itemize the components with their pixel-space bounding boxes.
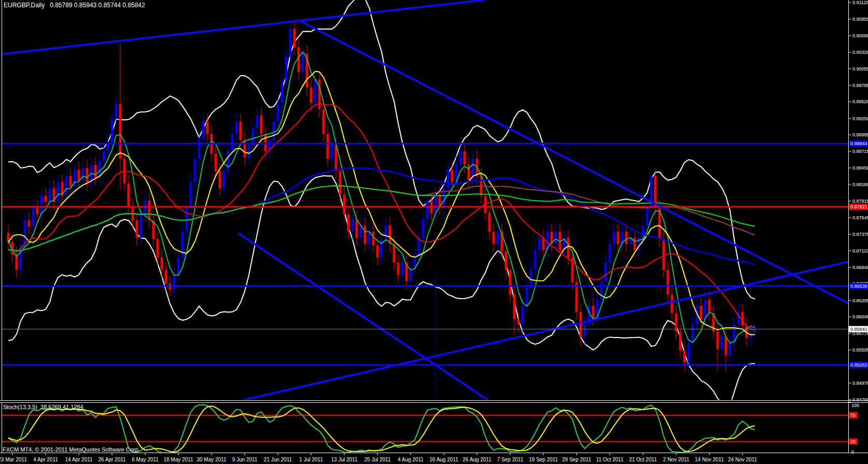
bull-candle xyxy=(281,81,284,103)
bear-candle xyxy=(327,134,329,159)
bear-candle xyxy=(36,208,39,214)
time-axis[interactable]: 23 Mar 20114 Apr 201114 Apr 201126 Apr 2… xyxy=(0,453,757,462)
bear-candle xyxy=(69,176,72,186)
bull-candle xyxy=(609,244,611,263)
date-label: 2 Nov 2011 xyxy=(663,457,690,462)
stoch-k-line xyxy=(8,404,755,453)
bollinger-lower xyxy=(8,176,755,407)
bear-candle xyxy=(78,170,80,180)
bull-candle xyxy=(472,159,474,182)
axis-label: 0.84700 xyxy=(852,397,868,402)
bear-candle xyxy=(505,251,508,270)
bull-candle xyxy=(426,201,429,219)
date-label: 9 Jun 2011 xyxy=(232,457,258,462)
bear-candle xyxy=(513,294,516,319)
bear-candle xyxy=(397,262,400,275)
bull-candle xyxy=(57,182,60,202)
bear-candle xyxy=(310,88,313,103)
bull-candle xyxy=(202,122,205,139)
date-label: 29 Sep 2011 xyxy=(562,457,591,462)
bull-candle xyxy=(381,239,383,258)
bear-candle xyxy=(679,332,682,350)
bull-candle xyxy=(721,336,723,349)
bear-candle xyxy=(488,213,491,232)
date-label: 21 Jun 2011 xyxy=(264,457,292,462)
date-label: 16 Aug 2011 xyxy=(429,457,458,462)
axis-label: 25 xyxy=(850,439,856,444)
axis-label: 0.85505 xyxy=(852,347,868,353)
copyright-notice: FXCM MT4, © 2001-2011 MetaQuotes Softwar… xyxy=(3,446,140,453)
axis-label: 0.91125 xyxy=(852,0,868,5)
axis-label: 0.86539 xyxy=(850,284,867,289)
bear-candle xyxy=(45,196,47,202)
symbol-period-label: EURGBP,Daily xyxy=(4,2,45,9)
bull-candle xyxy=(256,116,259,128)
bear-candle xyxy=(136,220,138,237)
stochastic-indicator[interactable] xyxy=(2,404,848,453)
bear-candle xyxy=(708,300,711,313)
bull-candle xyxy=(49,188,51,202)
bull-candle xyxy=(352,219,354,232)
date-label: 14 Apr 2011 xyxy=(65,457,93,462)
date-label: 24 Nov 2011 xyxy=(728,457,757,462)
bull-candle xyxy=(190,182,192,208)
bull-candle xyxy=(600,281,603,300)
bull-candle xyxy=(82,168,85,180)
bull-candle xyxy=(177,258,180,275)
axis-label: 0.86040 xyxy=(852,314,868,319)
bull-candle xyxy=(314,79,317,103)
bear-candle xyxy=(240,122,242,140)
bear-candle xyxy=(119,104,122,159)
bear-candle xyxy=(464,151,466,165)
bear-candle xyxy=(372,232,375,245)
bull-candle xyxy=(613,232,615,244)
axis-label: 0.87821 xyxy=(850,204,867,209)
bull-candle xyxy=(252,128,255,145)
bull-candle xyxy=(435,194,437,213)
bear-candle xyxy=(625,232,628,244)
bear-candle xyxy=(683,350,686,363)
bull-candle xyxy=(111,119,114,142)
bear-candle xyxy=(364,226,367,244)
panel-borders xyxy=(0,0,868,453)
axis-label: 0.85842 xyxy=(850,327,867,332)
axis-label: 0.85263 xyxy=(850,362,867,368)
bear-candle xyxy=(592,306,595,318)
bull-candle xyxy=(522,306,524,325)
bull-candle xyxy=(530,269,533,287)
chart-canvas[interactable]: 0.911250.908550.905900.903200.900550.897… xyxy=(0,0,868,464)
date-label: 13 Jul 2011 xyxy=(331,457,358,462)
mt4-chart-window[interactable]: 0.911250.908550.905900.903200.900550.897… xyxy=(0,0,868,464)
bear-candle xyxy=(356,219,358,238)
date-label: 14 Nov 2011 xyxy=(695,457,724,462)
trendline-descending-from-top[interactable] xyxy=(300,21,848,303)
bull-candle xyxy=(227,151,230,171)
bear-candle xyxy=(165,270,167,284)
bear-candle xyxy=(264,134,267,151)
bear-candle xyxy=(323,109,325,134)
bear-candle xyxy=(580,312,582,337)
bull-candle xyxy=(538,238,541,250)
date-label: 30 May 2011 xyxy=(197,457,227,462)
bull-candle xyxy=(103,151,105,161)
bull-candle xyxy=(181,232,184,258)
axis-label: 0.90055 xyxy=(852,66,868,72)
bull-candle xyxy=(729,343,732,355)
bull-candle xyxy=(302,53,304,72)
trendline-steep-descending[interactable] xyxy=(239,233,491,402)
price-axis[interactable]: 0.911250.908550.905900.903200.900550.897… xyxy=(849,0,868,455)
bear-candle xyxy=(493,232,495,244)
date-label: 1 Jul 2011 xyxy=(299,457,323,462)
bear-candle xyxy=(567,238,570,258)
axis-label: 0.88450 xyxy=(852,165,868,171)
date-label: 4 Apr 2011 xyxy=(33,457,58,462)
bear-candle xyxy=(517,319,520,325)
axis-label: 0.89520 xyxy=(852,99,868,104)
bull-candle xyxy=(223,171,226,188)
bear-candle xyxy=(94,165,97,177)
trendline-ascending-support[interactable] xyxy=(243,262,848,400)
bull-candle xyxy=(331,145,333,159)
axis-label: 75 xyxy=(850,413,856,418)
date-label: 19 Sep 2011 xyxy=(529,457,558,462)
axis-label: 0.87375 xyxy=(852,232,868,237)
